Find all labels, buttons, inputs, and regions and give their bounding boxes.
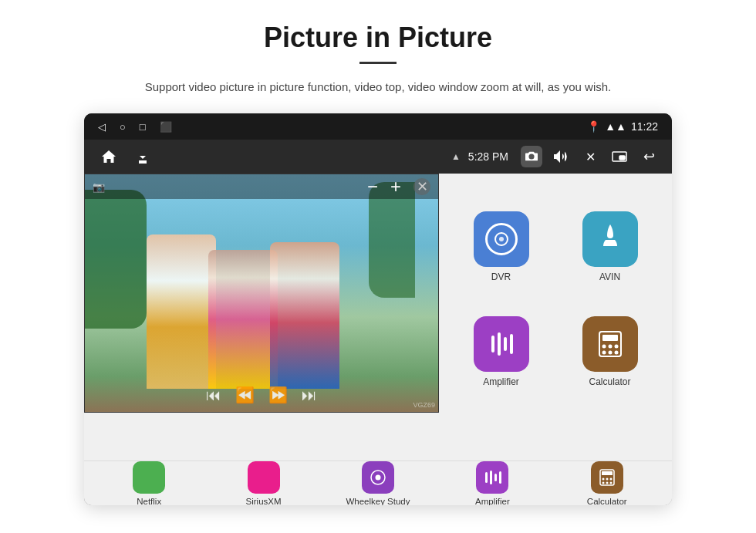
avin-icon xyxy=(596,223,624,255)
close-button[interactable]: ✕ xyxy=(579,146,601,167)
pip-button[interactable] xyxy=(609,146,630,167)
page-subtitle: Support video picture in picture functio… xyxy=(145,78,611,96)
bottom-siriusxm[interactable]: SiriusXM xyxy=(218,461,310,506)
video-scene xyxy=(85,174,438,412)
device-frame: ◁ ○ □ ⬛ 📍 ▲▲ 11:22 xyxy=(84,113,672,505)
wifi-nav-icon: ▲ xyxy=(451,151,461,162)
svg-rect-5 xyxy=(498,332,501,356)
status-bar-left: ◁ ○ □ ⬛ xyxy=(98,121,172,133)
calculator-icon-box xyxy=(582,316,638,372)
svg-point-11 xyxy=(608,345,612,349)
circle-icon[interactable]: ○ xyxy=(120,121,126,133)
nav-bar-right: ▲ 5:28 PM ✕ xyxy=(451,146,660,167)
dvr-icon-box xyxy=(474,211,529,267)
siriusxm-bottom-icon xyxy=(248,461,280,494)
netflix-bottom-label: Netflix xyxy=(137,497,161,506)
volume-icon[interactable] xyxy=(550,146,572,167)
app-cell-amplifier[interactable]: Amplifier xyxy=(447,287,555,393)
fastforward-btn[interactable]: ⏭ xyxy=(302,386,317,404)
main-content: 📷 − + ✕ ⏮ ⏪ ⏩ ⏭ VGZ69 xyxy=(84,174,672,505)
amplifier-icon xyxy=(487,329,516,359)
svg-rect-1 xyxy=(619,156,625,160)
dvr-label: DVR xyxy=(491,272,511,282)
clock-display: 11:22 xyxy=(631,120,658,133)
netflix-bottom-icon xyxy=(133,461,165,494)
dvr-icon xyxy=(485,223,518,255)
svg-point-12 xyxy=(614,345,618,349)
svg-point-14 xyxy=(608,351,612,355)
svg-point-29 xyxy=(609,481,612,484)
svg-rect-6 xyxy=(504,337,507,351)
pip-plus-btn[interactable]: + xyxy=(390,177,401,196)
app-cell-avin[interactable]: AVIN xyxy=(555,181,664,287)
bookmark-icon[interactable]: ⬛ xyxy=(160,121,172,133)
svg-rect-23 xyxy=(602,471,613,475)
wheelkey-bottom-label: Wheelkey Study xyxy=(346,497,410,506)
svg-rect-20 xyxy=(494,474,497,481)
svg-rect-21 xyxy=(499,471,501,484)
square-icon[interactable]: □ xyxy=(140,121,146,133)
status-bar: ◁ ○ □ ⬛ 📍 ▲▲ 11:22 xyxy=(84,113,672,140)
pip-close-btn[interactable]: ✕ xyxy=(413,178,430,195)
nav-bar: ▲ 5:28 PM ✕ xyxy=(84,140,672,174)
calculator-label: Calculator xyxy=(589,376,630,387)
svg-rect-4 xyxy=(491,336,494,353)
siriusxm-bottom-label: SiriusXM xyxy=(246,497,282,506)
bottom-calculator[interactable]: Calculator xyxy=(561,461,653,506)
svg-point-17 xyxy=(375,474,380,480)
amplifier-icon-box xyxy=(474,316,529,372)
amplifier-bottom-label: Amplifier xyxy=(475,497,510,506)
undo-button[interactable]: ↩ xyxy=(638,146,660,167)
camera-button[interactable] xyxy=(521,146,542,167)
amplifier-label: Amplifier xyxy=(483,376,519,387)
wifi-icon: ▲▲ xyxy=(605,120,626,133)
page-wrapper: Picture in Picture Support video picture… xyxy=(0,0,756,505)
nav-time: 5:28 PM xyxy=(468,150,508,163)
pip-top-bar: 📷 − + ✕ xyxy=(85,174,438,199)
bottom-amplifier[interactable]: Amplifier xyxy=(446,461,538,506)
svg-point-25 xyxy=(606,477,608,480)
watermark: VGZ69 xyxy=(413,401,435,409)
amplifier-bottom-icon xyxy=(476,461,508,494)
svg-point-10 xyxy=(602,345,606,349)
calculator-icon xyxy=(596,329,625,359)
wheelkey-bottom-icon xyxy=(362,461,394,494)
svg-point-24 xyxy=(602,477,604,480)
pip-video-icon: 📷 xyxy=(93,181,105,193)
status-bar-right: 📍 ▲▲ 11:22 xyxy=(587,120,658,133)
svg-point-13 xyxy=(602,351,606,355)
svg-point-26 xyxy=(609,477,612,480)
svg-rect-19 xyxy=(490,471,492,484)
rewind-btn[interactable]: ⏮ xyxy=(206,386,221,404)
pip-video[interactable]: 📷 − + ✕ ⏮ ⏪ ⏩ ⏭ VGZ69 xyxy=(84,174,439,413)
svg-point-28 xyxy=(606,481,608,484)
svg-rect-7 xyxy=(510,334,513,354)
svg-point-27 xyxy=(602,481,604,484)
svg-point-15 xyxy=(614,351,618,355)
pip-minus-btn[interactable]: − xyxy=(367,177,378,196)
nav-bar-left xyxy=(96,144,154,169)
home-button[interactable] xyxy=(96,144,121,169)
app-cell-calculator[interactable]: Calculator xyxy=(555,287,664,393)
bottom-netflix[interactable]: Netflix xyxy=(103,461,195,506)
location-icon: 📍 xyxy=(587,120,600,133)
app-grid: DVR AVIN xyxy=(439,174,672,505)
avin-label: AVIN xyxy=(599,272,620,282)
back-icon[interactable]: ◁ xyxy=(98,121,106,133)
avin-icon-box xyxy=(582,211,638,267)
prev-btn[interactable]: ⏪ xyxy=(235,386,255,404)
bottom-wheelkey[interactable]: Wheelkey Study xyxy=(332,461,424,506)
app-cell-dvr[interactable]: DVR xyxy=(447,181,555,287)
title-divider xyxy=(359,62,397,64)
svg-rect-18 xyxy=(485,472,488,483)
calculator-bottom-label: Calculator xyxy=(587,497,627,506)
svg-rect-9 xyxy=(602,335,618,341)
usb-icon[interactable] xyxy=(132,146,154,167)
page-title: Picture in Picture xyxy=(264,22,492,54)
next-btn[interactable]: ⏩ xyxy=(268,386,288,404)
bottom-labels: Netflix SiriusXM Wheelkey Study xyxy=(84,460,672,505)
calculator-bottom-icon xyxy=(591,461,623,494)
